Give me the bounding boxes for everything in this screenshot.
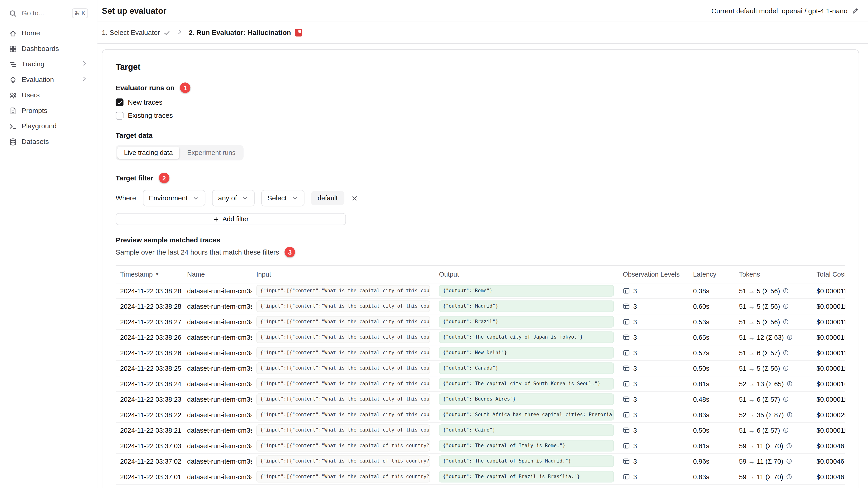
add-filter-button[interactable]: Add filter (116, 213, 346, 225)
cell-latency: 0.50s (689, 426, 735, 434)
cell-output: {"output":"New Delhi"} (434, 347, 618, 358)
observation-levels-count: 3 (633, 287, 637, 295)
pencil-icon[interactable] (852, 7, 859, 14)
cell-name: dataset-run-item-cm3s4 (183, 473, 252, 481)
tokens-text: 51 → 12 (Σ 63) (739, 333, 784, 341)
table-row[interactable]: 2024-11-22 03:38:23 dataset-run-item-cm3… (116, 392, 845, 407)
cell-observation-levels: 3 (618, 287, 689, 295)
remove-filter-button[interactable] (351, 194, 358, 201)
evaluator-runs-on-label-row: Evaluator runs on 1 (116, 83, 845, 93)
sidebar-item-label: Home (22, 29, 40, 37)
tokens-text: 51 → 5 (Σ 56) (739, 318, 780, 326)
table-row[interactable]: 2024-11-22 03:38:27 dataset-run-item-cm3… (116, 314, 845, 330)
table-row[interactable]: 2024-11-22 03:37:02 dataset-run-item-cm3… (116, 454, 845, 469)
input-chip: {"input":[{"content":"What is the capita… (256, 440, 430, 451)
cell-tokens: 59 → 11 (Σ 70) (735, 473, 812, 481)
target-card: Target Evaluator runs on 1 New traces Ex… (102, 50, 859, 488)
tab-live-tracing-data[interactable]: Live tracing data (117, 147, 179, 159)
existing-traces-checkbox[interactable] (116, 112, 124, 120)
table-row[interactable]: 2024-11-22 03:38:28 dataset-run-item-cm3… (116, 299, 845, 314)
where-label: Where (116, 194, 136, 202)
info-icon (783, 365, 789, 371)
sidebar-item-prompts[interactable]: Prompts (4, 103, 92, 118)
cell-total-cost: $0.000029 (812, 411, 845, 419)
cell-observation-levels: 3 (618, 380, 689, 388)
filter-value-select[interactable]: Select (261, 190, 304, 206)
table-row[interactable]: 2024-11-22 03:38:21 dataset-run-item-cm3… (116, 423, 845, 438)
table-row[interactable]: 2024-11-22 03:38:24 dataset-run-item-cm3… (116, 376, 845, 392)
cell-name: dataset-run-item-cm3s4 (183, 380, 252, 388)
filter-column-select[interactable]: Environment (143, 190, 206, 206)
column-timestamp[interactable]: Timestamp ▼ (116, 270, 183, 278)
cell-total-cost: $0.00046 ( (812, 457, 845, 465)
tokens-text: 51 → 6 (Σ 57) (739, 426, 780, 434)
input-chip: {"input":[{"content":"What is the capita… (256, 347, 430, 358)
cell-observation-levels: 3 (618, 473, 689, 481)
sidebar-item-dashboards[interactable]: Dashboards (4, 41, 92, 56)
table-row[interactable]: 2024-11-22 03:38:22 dataset-run-item-cm3… (116, 407, 845, 423)
observation-levels-icon (623, 318, 630, 325)
cell-total-cost: $0.000016 (812, 380, 845, 388)
cell-input: {"input":[{"content":"What is the capita… (252, 378, 435, 389)
page-title: Set up evaluator (102, 6, 166, 15)
sidebar-item-users[interactable]: Users (4, 88, 92, 103)
output-chip: {"output":"Brazil"} (439, 316, 614, 327)
topbar: Set up evaluator Current default model: … (97, 0, 868, 22)
cell-output: {"output":"The capital of Brazil is Bras… (434, 471, 618, 482)
output-chip: {"output":"Buenos Aires"} (439, 394, 614, 405)
input-chip: {"input":[{"content":"What is the capita… (256, 363, 430, 374)
cell-observation-levels: 3 (618, 395, 689, 403)
cell-latency: 0.83s (689, 411, 735, 419)
column-total-cost: Total Cost (812, 270, 845, 278)
step-run-evaluator[interactable]: 2. Run Evaluator: Hallucination (189, 29, 302, 36)
observation-levels-icon (623, 380, 630, 387)
info-icon (783, 303, 789, 310)
input-chip: {"input":[{"content":"What is the capita… (256, 471, 430, 482)
observation-levels-count: 3 (633, 364, 637, 372)
sidebar-item-tracing[interactable]: Tracing (4, 57, 92, 72)
sidebar-item-datasets[interactable]: Datasets (4, 134, 92, 149)
table-row[interactable]: 2024-11-22 03:38:28 dataset-run-item-cm3… (116, 283, 845, 299)
observation-levels-count: 3 (633, 395, 637, 403)
filter-operator-select[interactable]: any of (212, 190, 255, 206)
sidebar-item-home[interactable]: Home (4, 26, 92, 41)
cell-timestamp: 2024-11-22 03:38:23 (116, 395, 183, 403)
cell-observation-levels: 3 (618, 364, 689, 372)
check-icon (163, 29, 170, 36)
tracing-waterfall-icon (9, 60, 17, 68)
cell-input: {"input":[{"content":"What is the capita… (252, 285, 435, 296)
output-chip: {"output":"The capital city of Japan is … (439, 332, 614, 343)
cell-output: {"output":"South Africa has three capita… (434, 409, 618, 420)
tab-experiment-runs[interactable]: Experiment runs (181, 147, 242, 159)
observation-levels-icon (623, 303, 630, 310)
output-chip: {"output":"South Africa has three capita… (439, 409, 614, 420)
cell-name: dataset-run-item-cm3s4 (183, 349, 252, 357)
input-chip: {"input":[{"content":"What is the capita… (256, 378, 430, 389)
info-icon (786, 381, 793, 387)
cell-timestamp: 2024-11-22 03:37:01 (116, 473, 183, 481)
step-select-evaluator[interactable]: 1. Select Evaluator (102, 29, 170, 36)
cell-output: {"output":"Buenos Aires"} (434, 394, 618, 405)
table-row[interactable]: 2024-11-22 03:37:01 dataset-run-item-cm3… (116, 469, 845, 485)
table-row[interactable]: 2024-11-22 03:37:03 dataset-run-item-cm3… (116, 438, 845, 454)
cell-latency: 0.50s (689, 364, 735, 372)
step2-label: 2. Run Evaluator: Hallucination (189, 29, 291, 36)
cell-timestamp: 2024-11-22 03:38:28 (116, 302, 183, 310)
chevron-down-icon (241, 194, 248, 201)
main-area: Set up evaluator Current default model: … (97, 0, 868, 488)
sidebar-item-evaluation[interactable]: Evaluation (4, 72, 92, 87)
table-row[interactable]: 2024-11-22 03:38:26 dataset-run-item-cm3… (116, 345, 845, 361)
output-chip: {"output":"The capital of Spain is Madri… (439, 456, 614, 467)
table-row[interactable]: 2024-11-22 03:38:25 dataset-run-item-cm3… (116, 361, 845, 376)
tokens-text: 52 → 35 (Σ 87) (739, 411, 784, 419)
cell-input: {"input":[{"content":"What is the capita… (252, 409, 435, 420)
step1-label: 1. Select Evaluator (102, 29, 160, 36)
new-traces-checkbox[interactable] (116, 98, 124, 106)
cell-tokens: 51 → 5 (Σ 56) (735, 302, 812, 310)
table-row[interactable]: 2024-11-22 03:38:26 dataset-run-item-cm3… (116, 330, 845, 345)
page-content: Target Evaluator runs on 1 New traces Ex… (97, 43, 868, 488)
cell-name: dataset-run-item-cm3s4 (183, 426, 252, 434)
cell-timestamp: 2024-11-22 03:38:28 (116, 287, 183, 295)
sidebar-item-playground[interactable]: Playground (4, 119, 92, 134)
global-search[interactable]: Go to... ⌘ K (4, 5, 92, 21)
